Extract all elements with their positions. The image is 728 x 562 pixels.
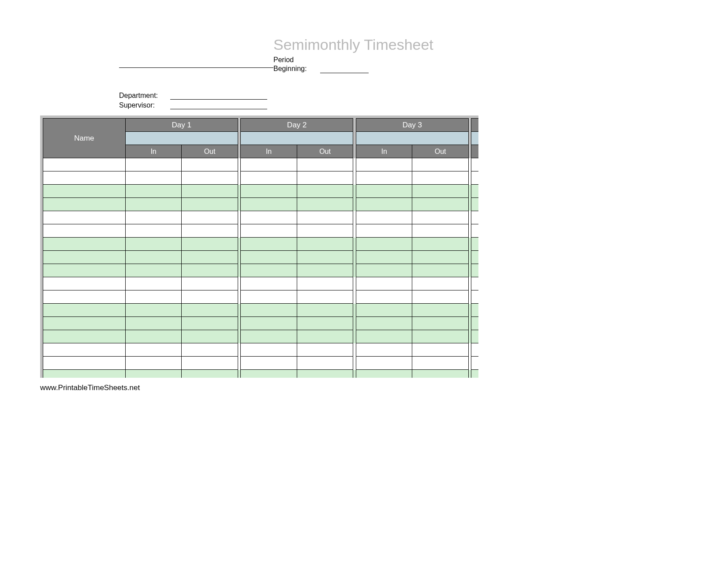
company-blank-line[interactable] <box>119 56 273 68</box>
in-cell[interactable] <box>241 251 297 264</box>
name-cell[interactable] <box>43 343 126 357</box>
in-cell[interactable] <box>125 251 181 264</box>
name-cell[interactable] <box>43 290 126 304</box>
out-cell[interactable] <box>297 304 353 317</box>
name-cell[interactable] <box>43 198 126 211</box>
out-cell[interactable] <box>297 158 353 171</box>
out-cell[interactable] <box>182 171 238 185</box>
out-cell[interactable] <box>412 211 468 224</box>
out-cell[interactable] <box>297 277 353 290</box>
period-beginning-input-line[interactable] <box>320 65 369 73</box>
in-cell[interactable] <box>125 290 181 304</box>
supervisor-input-line[interactable] <box>170 101 267 109</box>
in-cell[interactable] <box>241 330 297 343</box>
out-cell[interactable] <box>182 264 238 277</box>
name-cell[interactable] <box>43 304 126 317</box>
out-cell[interactable] <box>297 224 353 238</box>
out-cell[interactable] <box>297 238 353 251</box>
out-cell[interactable] <box>297 317 353 330</box>
out-cell[interactable] <box>182 357 238 370</box>
in-cell[interactable] <box>241 211 297 224</box>
in-cell[interactable] <box>356 238 412 251</box>
in-cell[interactable] <box>241 264 297 277</box>
in-cell[interactable] <box>471 304 478 317</box>
out-cell[interactable] <box>182 290 238 304</box>
in-cell[interactable] <box>241 198 297 211</box>
in-cell[interactable] <box>471 370 478 378</box>
in-cell[interactable] <box>241 357 297 370</box>
out-cell[interactable] <box>412 317 468 330</box>
in-cell[interactable] <box>471 185 478 198</box>
out-cell[interactable] <box>182 330 238 343</box>
in-cell[interactable] <box>356 158 412 171</box>
in-cell[interactable] <box>125 211 181 224</box>
in-cell[interactable] <box>125 330 181 343</box>
in-cell[interactable] <box>471 357 478 370</box>
in-cell[interactable] <box>125 304 181 317</box>
in-cell[interactable] <box>125 317 181 330</box>
in-cell[interactable] <box>471 211 478 224</box>
out-cell[interactable] <box>182 277 238 290</box>
out-cell[interactable] <box>182 224 238 238</box>
out-cell[interactable] <box>182 158 238 171</box>
in-cell[interactable] <box>125 277 181 290</box>
in-cell[interactable] <box>241 238 297 251</box>
in-cell[interactable] <box>241 171 297 185</box>
out-cell[interactable] <box>182 185 238 198</box>
out-cell[interactable] <box>182 304 238 317</box>
in-cell[interactable] <box>241 185 297 198</box>
out-cell[interactable] <box>412 251 468 264</box>
in-cell[interactable] <box>471 198 478 211</box>
department-input-line[interactable] <box>170 92 267 100</box>
out-cell[interactable] <box>412 330 468 343</box>
out-cell[interactable] <box>412 171 468 185</box>
in-cell[interactable] <box>356 304 412 317</box>
in-cell[interactable] <box>471 330 478 343</box>
name-cell[interactable] <box>43 251 126 264</box>
out-cell[interactable] <box>412 370 468 378</box>
out-cell[interactable] <box>412 158 468 171</box>
name-cell[interactable] <box>43 185 126 198</box>
in-cell[interactable] <box>356 357 412 370</box>
in-cell[interactable] <box>241 277 297 290</box>
name-cell[interactable] <box>43 224 126 238</box>
in-cell[interactable] <box>356 211 412 224</box>
in-cell[interactable] <box>241 224 297 238</box>
in-cell[interactable] <box>471 290 478 304</box>
in-cell[interactable] <box>125 158 181 171</box>
in-cell[interactable] <box>356 317 412 330</box>
out-cell[interactable] <box>412 185 468 198</box>
in-cell[interactable] <box>471 158 478 171</box>
name-cell[interactable] <box>43 238 126 251</box>
out-cell[interactable] <box>182 238 238 251</box>
in-cell[interactable] <box>241 370 297 378</box>
in-cell[interactable] <box>356 185 412 198</box>
in-cell[interactable] <box>356 198 412 211</box>
name-cell[interactable] <box>43 357 126 370</box>
in-cell[interactable] <box>356 277 412 290</box>
out-cell[interactable] <box>412 238 468 251</box>
in-cell[interactable] <box>471 224 478 238</box>
out-cell[interactable] <box>297 211 353 224</box>
out-cell[interactable] <box>297 251 353 264</box>
name-cell[interactable] <box>43 317 126 330</box>
in-cell[interactable] <box>125 357 181 370</box>
out-cell[interactable] <box>412 343 468 357</box>
out-cell[interactable] <box>182 198 238 211</box>
in-cell[interactable] <box>125 198 181 211</box>
out-cell[interactable] <box>412 277 468 290</box>
name-cell[interactable] <box>43 158 126 171</box>
out-cell[interactable] <box>412 304 468 317</box>
in-cell[interactable] <box>241 290 297 304</box>
in-cell[interactable] <box>241 158 297 171</box>
out-cell[interactable] <box>297 290 353 304</box>
out-cell[interactable] <box>182 343 238 357</box>
name-cell[interactable] <box>43 277 126 290</box>
out-cell[interactable] <box>182 317 238 330</box>
out-cell[interactable] <box>412 357 468 370</box>
name-cell[interactable] <box>43 171 126 185</box>
out-cell[interactable] <box>297 343 353 357</box>
out-cell[interactable] <box>297 264 353 277</box>
in-cell[interactable] <box>471 238 478 251</box>
in-cell[interactable] <box>471 264 478 277</box>
